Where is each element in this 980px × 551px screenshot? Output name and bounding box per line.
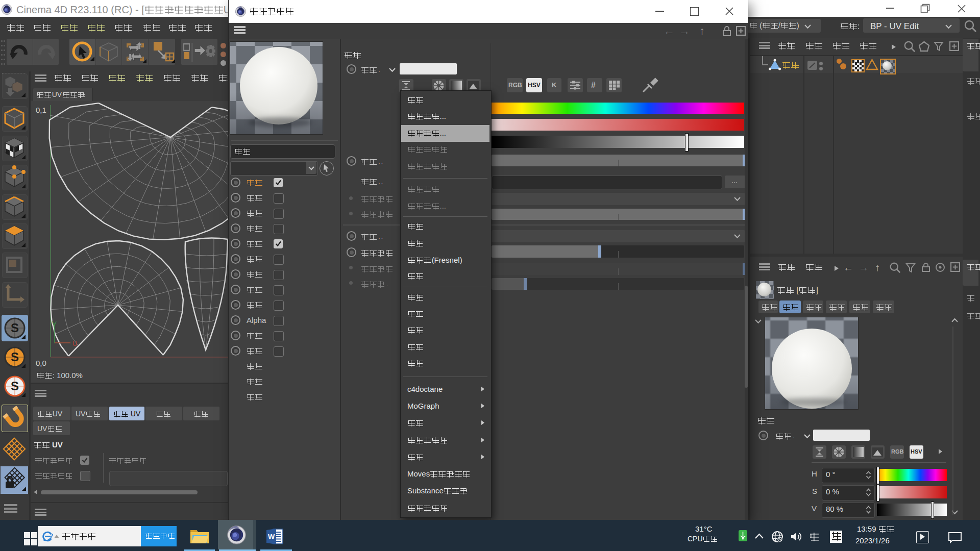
svg-text:W: W	[268, 533, 275, 541]
svg-text:S: S	[11, 321, 19, 335]
svg-text:V: V	[52, 320, 57, 328]
svg-text:S: S	[11, 379, 19, 393]
svg-text:U: U	[72, 340, 77, 347]
svg-text:S: S	[11, 350, 19, 364]
